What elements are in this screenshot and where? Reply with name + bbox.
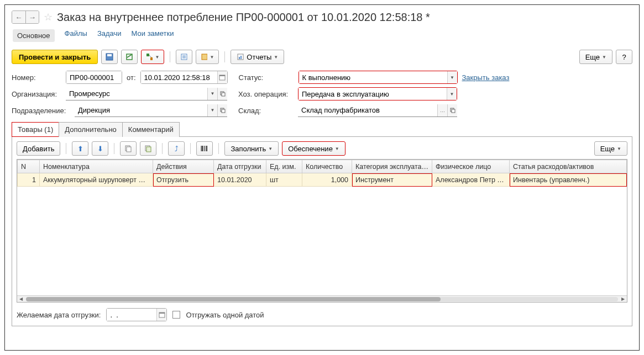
- copy-icon: [124, 145, 132, 152]
- warehouse-open-button[interactable]: [447, 104, 457, 116]
- cell-nomenclature[interactable]: Аккумуляторный шуруповерт …: [40, 173, 153, 187]
- col-category[interactable]: Категория эксплуата…: [352, 160, 432, 173]
- share-button[interactable]: ⤴: [168, 141, 185, 156]
- reports-button[interactable]: Отчеты ▼: [231, 50, 284, 64]
- move-up-button[interactable]: ⬆: [72, 141, 88, 156]
- forward-button[interactable]: →: [25, 11, 39, 23]
- ship-date-input[interactable]: [107, 309, 156, 321]
- tab-comment[interactable]: Комментарий: [122, 122, 180, 137]
- more-button[interactable]: Еще ▼: [579, 50, 612, 64]
- warehouse-input[interactable]: [298, 104, 437, 116]
- copy-button[interactable]: [120, 141, 137, 156]
- number-input[interactable]: [66, 71, 122, 83]
- structure-button[interactable]: ▼: [141, 50, 164, 64]
- barcode-button[interactable]: [196, 141, 213, 156]
- division-dropdown-button[interactable]: ▼: [207, 104, 217, 116]
- paste-icon: [144, 145, 152, 152]
- save-button[interactable]: [101, 50, 118, 64]
- svg-rect-24: [146, 147, 151, 152]
- cell-unit[interactable]: шт: [266, 173, 302, 187]
- goods-table: N Номенклатура Действия Дата отгрузки Ед…: [17, 160, 627, 187]
- cell-ship-date[interactable]: 10.01.2020: [214, 173, 266, 187]
- scroll-thumb[interactable]: [26, 297, 441, 301]
- nav-main[interactable]: Основное: [13, 29, 55, 42]
- col-qty[interactable]: Количество: [302, 160, 352, 173]
- col-n[interactable]: N: [18, 160, 40, 173]
- nav-buttons: ← →: [12, 10, 39, 24]
- favorite-star-icon[interactable]: ☆: [44, 11, 53, 23]
- cell-article[interactable]: Инвентарь (управленч.): [510, 173, 627, 187]
- form-row-2: Организация: ▼ Хоз. операция: ▼: [12, 87, 632, 100]
- save-icon: [106, 53, 113, 61]
- svg-rect-9: [202, 54, 207, 60]
- svg-rect-22: [127, 147, 131, 152]
- more-label: Еще: [585, 53, 600, 61]
- col-unit[interactable]: Ед. изм.: [266, 160, 302, 173]
- tab-more-button[interactable]: Еще ▼: [594, 141, 627, 156]
- org-open-button[interactable]: [217, 88, 227, 100]
- help-button[interactable]: ?: [616, 50, 632, 64]
- back-button[interactable]: ←: [12, 11, 25, 23]
- horizontal-scrollbar[interactable]: ◀ ▶: [17, 295, 627, 302]
- fill-button[interactable]: Заполнить ▼: [224, 141, 279, 156]
- status-select-wrap: ▼: [299, 71, 458, 84]
- date-input-wrap: [140, 71, 228, 84]
- page-title: Заказ на внутреннее потребление ПР00-000…: [57, 11, 430, 24]
- chevron-down-icon: ▼: [211, 91, 215, 96]
- post-close-button[interactable]: Провести и закрыть: [12, 50, 98, 64]
- division-label: Подразделение:: [12, 107, 70, 115]
- close-order-link[interactable]: Закрыть заказ: [462, 73, 510, 82]
- move-down-button[interactable]: ⬇: [92, 141, 108, 156]
- barcode-icon: [200, 145, 209, 152]
- nav-notes[interactable]: Мои заметки: [132, 29, 174, 42]
- date-input[interactable]: [141, 71, 217, 83]
- tab-additional[interactable]: Дополнительно: [59, 122, 123, 137]
- division-open-button[interactable]: [217, 104, 227, 116]
- col-article[interactable]: Статья расходов/активов: [510, 160, 627, 173]
- single-date-label: Отгружать одной датой: [186, 311, 264, 319]
- ship-date-calendar-button[interactable]: [156, 309, 166, 321]
- col-person[interactable]: Физическое лицо: [432, 160, 510, 173]
- svg-rect-4: [150, 57, 153, 60]
- scroll-track[interactable]: [26, 297, 618, 301]
- scroll-left-icon[interactable]: ◀: [17, 296, 25, 303]
- tab-goods[interactable]: Товары (1): [12, 122, 59, 137]
- cell-n[interactable]: 1: [18, 173, 40, 187]
- chevron-down-icon: ▼: [450, 92, 454, 97]
- chevron-down-icon: ▼: [335, 146, 339, 151]
- svg-rect-20: [452, 109, 455, 113]
- nav-tasks[interactable]: Задачи: [97, 29, 122, 42]
- single-date-checkbox[interactable]: [172, 311, 180, 319]
- tab-toolbar: Добавить ⬆ ⬇ ⤴ Заполнить ▼ Обеспе: [17, 141, 627, 156]
- col-actions[interactable]: Действия: [153, 160, 214, 173]
- calendar-button[interactable]: [217, 71, 227, 83]
- ship-date-input-wrap: [106, 308, 167, 321]
- cell-category[interactable]: Инструмент: [352, 173, 432, 187]
- cell-qty[interactable]: 1,000: [302, 173, 352, 187]
- org-label: Организация:: [12, 90, 61, 98]
- table-row[interactable]: 1 Аккумуляторный шуруповерт … Отгрузить …: [18, 173, 627, 187]
- operation-dropdown-button[interactable]: ▼: [447, 88, 457, 100]
- book-button[interactable]: ▼: [196, 50, 219, 64]
- division-input[interactable]: [75, 104, 207, 116]
- form-row-1: Номер: от: Статус: ▼ Закрыть заказ: [12, 71, 632, 84]
- status-select[interactable]: [299, 71, 447, 83]
- col-nomenclature[interactable]: Номенклатура: [40, 160, 153, 173]
- org-dropdown-button[interactable]: ▼: [207, 88, 217, 100]
- supply-button[interactable]: Обеспечение ▼: [282, 141, 345, 156]
- post-button[interactable]: [121, 50, 138, 64]
- operation-select[interactable]: [299, 88, 447, 100]
- cell-actions[interactable]: Отгрузить: [153, 173, 214, 187]
- paste-button[interactable]: [140, 141, 156, 156]
- add-button[interactable]: Добавить: [17, 141, 60, 156]
- scroll-right-icon[interactable]: ▶: [619, 296, 627, 303]
- warehouse-more-button[interactable]: …: [437, 104, 447, 116]
- svg-rect-14: [219, 75, 225, 76]
- list-button[interactable]: [176, 50, 192, 64]
- cell-person[interactable]: Александров Петр …: [432, 173, 510, 187]
- nav-files[interactable]: Файлы: [65, 29, 87, 42]
- org-input[interactable]: [66, 88, 207, 100]
- status-dropdown-button[interactable]: ▼: [447, 71, 457, 83]
- col-ship-date[interactable]: Дата отгрузки: [214, 160, 266, 173]
- list-icon: [180, 53, 188, 61]
